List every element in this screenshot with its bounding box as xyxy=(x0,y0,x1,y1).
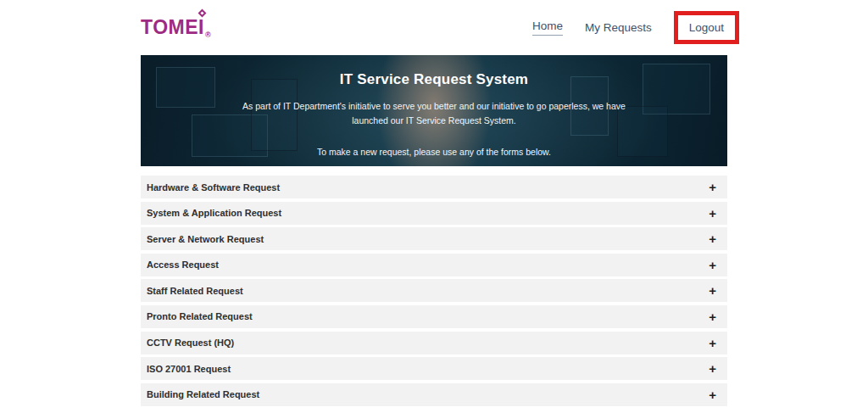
accordion-item[interactable]: Access Request + xyxy=(141,254,727,276)
plus-expand-icon[interactable]: + xyxy=(709,207,716,220)
plus-expand-icon[interactable]: + xyxy=(709,310,716,323)
page-title: IT Service Request System xyxy=(141,71,727,88)
hero-description: As part of IT Department's initiative to… xyxy=(231,99,637,129)
nav-item-logout[interactable]: Logout xyxy=(674,11,739,44)
accordion-item-label: Pronto Related Request xyxy=(147,311,253,321)
nav-item-label: Home xyxy=(532,20,563,36)
accordion-item-label: Server & Network Request xyxy=(147,234,264,244)
nav-item-home[interactable]: Home xyxy=(532,20,563,36)
brand-logo-text: TOMEI xyxy=(141,16,204,38)
nav-item-label: My Requests xyxy=(585,21,652,34)
plus-expand-icon[interactable]: + xyxy=(709,337,716,349)
plus-expand-icon[interactable]: + xyxy=(709,232,716,245)
plus-expand-icon[interactable]: + xyxy=(709,388,716,401)
plus-expand-icon[interactable]: + xyxy=(709,259,716,271)
accordion-item-label: Staff Related Request xyxy=(147,286,243,296)
hero-call-to-action: To make a new request, please use any of… xyxy=(141,147,727,157)
request-accordion-list: Hardware & Software Request + System & A… xyxy=(141,176,727,406)
plus-expand-icon[interactable]: + xyxy=(709,181,716,193)
plus-expand-icon[interactable]: + xyxy=(709,362,716,375)
nav-item-my-requests[interactable]: My Requests xyxy=(585,21,652,34)
accordion-item-label: Building Related Request xyxy=(147,389,259,399)
accordion-item[interactable]: Hardware & Software Request + xyxy=(141,176,727,198)
accordion-item[interactable]: Staff Related Request + xyxy=(141,279,727,302)
registered-trademark-icon: ® xyxy=(205,31,211,39)
accordion-item-label: ISO 27001 Request xyxy=(147,364,231,374)
accordion-item-label: CCTV Request (HQ) xyxy=(147,338,234,348)
main-nav: Home My Requests Logout xyxy=(532,11,727,44)
header: TOMEI® Home My Requests Logout xyxy=(0,0,868,55)
nav-item-label: Logout xyxy=(689,21,724,34)
plus-expand-icon[interactable]: + xyxy=(709,284,716,297)
accordion-item[interactable]: Building Related Request + xyxy=(141,383,727,406)
accordion-item-label: Access Request xyxy=(147,260,219,270)
accordion-item[interactable]: System & Application Request + xyxy=(141,202,727,225)
brand-logo[interactable]: TOMEI® xyxy=(141,16,211,39)
hero-banner: IT Service Request System As part of IT … xyxy=(141,55,727,166)
accordion-item-label: Hardware & Software Request xyxy=(147,182,280,193)
accordion-item-label: System & Application Request xyxy=(147,208,281,218)
accordion-item[interactable]: CCTV Request (HQ) + xyxy=(141,332,727,354)
accordion-item[interactable]: Server & Network Request + xyxy=(141,227,727,250)
accordion-item[interactable]: ISO 27001 Request + xyxy=(141,357,727,380)
accordion-item[interactable]: Pronto Related Request + xyxy=(141,305,727,328)
